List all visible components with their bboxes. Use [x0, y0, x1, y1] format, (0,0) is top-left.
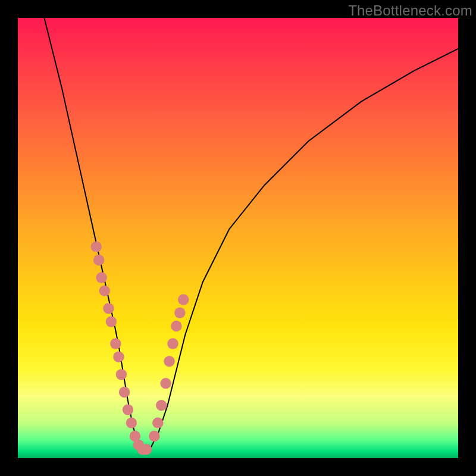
data-point [96, 272, 107, 283]
data-point [178, 294, 189, 305]
chart-frame: TheBottleneck.com [0, 0, 476, 476]
data-point [174, 308, 186, 319]
data-point [152, 418, 164, 429]
data-point [116, 369, 127, 380]
data-point [126, 418, 137, 429]
data-point [106, 316, 117, 327]
chart-plot-area [18, 18, 458, 458]
left-cluster-dots [90, 242, 152, 455]
data-point [93, 255, 105, 266]
watermark-text: TheBottleneck.com [348, 2, 472, 19]
data-point [167, 338, 178, 349]
bottleneck-curve [44, 18, 458, 449]
data-point [110, 338, 121, 349]
data-point [90, 242, 102, 253]
data-point [156, 400, 167, 411]
data-point [123, 404, 134, 415]
data-point [119, 387, 130, 398]
data-point [113, 352, 124, 363]
data-point [103, 303, 114, 314]
data-point [171, 321, 182, 332]
data-point [164, 356, 175, 367]
data-point [99, 286, 111, 297]
data-point [141, 444, 152, 455]
chart-svg [18, 18, 458, 458]
data-point [149, 431, 160, 442]
curve-path [44, 18, 458, 449]
right-cluster-dots [149, 294, 189, 441]
data-point [160, 378, 171, 389]
